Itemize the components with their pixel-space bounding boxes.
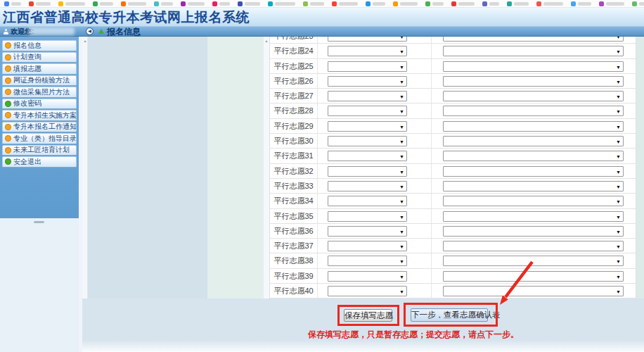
bookmark-item[interactable] [212,1,230,6]
bookmark-favicon-icon [238,1,243,6]
sidebar-item-4[interactable]: 网证身份核验方法 [2,75,77,87]
college-select[interactable]: ▼ [328,241,407,251]
row-label: 平行志愿29 [270,119,318,133]
college-cell: ▼ [318,284,432,298]
table-row: 平行志愿40 ▼ ▼ [270,284,636,298]
row-label: 平行志愿34 [270,194,318,208]
form-panel-right-edge [636,37,644,298]
major-select[interactable]: ▼ [443,106,624,116]
college-select[interactable]: ▼ [328,91,407,101]
major-select[interactable]: ▼ [443,121,624,132]
major-select[interactable]: ▼ [443,61,624,72]
bookmark-item[interactable] [268,1,295,6]
college-select[interactable]: ▼ [328,226,407,237]
bookmark-item[interactable] [599,1,624,6]
bookmark-item[interactable] [58,1,85,6]
major-select[interactable]: ▼ [443,211,624,222]
major-select[interactable]: ▼ [443,256,624,266]
college-select[interactable]: ▼ [328,121,407,132]
next-step-button[interactable]: 下一步，查看志愿确认表 [411,308,488,322]
sidebar-item-7[interactable]: 专升本招生实施方案 [2,110,77,121]
bookmark-title-stub [65,2,85,6]
bookmark-item[interactable] [482,1,499,6]
sidebar-item-label: 报名信息 [13,41,41,51]
sidebar-item-9[interactable]: 专业（类）指导目录 [2,133,77,144]
sidebar-resize-handle[interactable] [34,221,44,223]
sidebar-item-3[interactable]: 填报志愿 [2,63,77,75]
tab-registration-info[interactable]: 报名信息 [107,27,141,37]
major-select[interactable]: ▼ [443,151,624,161]
major-select[interactable]: ▼ [443,46,624,56]
save-button[interactable]: 保存填写志愿 [344,309,392,322]
college-select[interactable]: ▼ [328,61,407,72]
bookmark-item[interactable] [238,1,260,6]
college-cell: ▼ [318,44,432,58]
college-select[interactable]: ▼ [328,181,407,191]
major-select[interactable]: ▼ [443,196,624,206]
sidebar-item-1[interactable]: 报名信息 [2,40,77,51]
sidebar-item-11[interactable]: 安全退出 [2,156,77,168]
college-select[interactable]: ▼ [328,151,407,161]
row-label: 平行志愿35 [270,209,318,223]
sidebar-item-label: 修改密码 [13,99,41,108]
content-scrollbar[interactable]: ▲ [82,37,88,298]
sidebar-item-5[interactable]: 微信采集照片方法 [2,87,77,98]
college-select[interactable]: ▼ [328,196,407,206]
sidebar-item-6[interactable]: 修改密码 [2,99,77,110]
sidebar-item-10[interactable]: 未来工匠培育计划 [2,145,77,156]
major-select[interactable]: ▼ [443,166,624,177]
table-row: 平行志愿36 ▼ ▼ [270,224,636,239]
row-label: 平行志愿32 [270,164,318,178]
college-cell: ▼ [318,103,432,118]
college-select[interactable]: ▼ [328,76,407,87]
major-select[interactable]: ▼ [443,271,624,282]
bookmark-item[interactable] [29,1,51,6]
major-select[interactable]: ▼ [443,136,624,146]
college-select[interactable]: ▼ [328,136,407,146]
row-label: 平行志愿33 [270,179,318,193]
college-select[interactable]: ▼ [328,256,407,266]
bookmark-item[interactable] [571,1,591,6]
bookmark-item[interactable] [507,1,529,6]
bookmark-item[interactable] [121,1,146,6]
major-cell: ▼ [432,239,636,253]
college-select[interactable]: ▼ [328,286,407,296]
bookmark-item[interactable] [366,1,385,6]
sidebar-item-label: 专升本报名工作通知 [13,122,77,132]
bookmark-item[interactable] [451,1,475,6]
major-select[interactable]: ▼ [443,241,624,251]
college-cell: ▼ [318,119,432,133]
bookmark-item[interactable] [536,1,563,6]
sidebar-item-8[interactable]: 专升本报名工作通知 [2,122,77,133]
bookmark-item[interactable] [4,1,21,6]
bookmark-item[interactable] [425,1,444,6]
bookmark-item[interactable] [93,1,113,6]
bookmark-item[interactable] [303,1,324,6]
scroll-up-icon[interactable]: ▲ [82,38,88,44]
bookmark-item[interactable] [181,1,205,6]
bookmark-item[interactable] [332,1,358,6]
major-select[interactable]: ▼ [443,181,624,191]
sidebar-item-2[interactable]: 计划查询 [2,52,77,63]
bookmark-title-stub [400,2,418,6]
chevron-down-icon: ▼ [616,65,621,70]
major-select[interactable]: ▼ [443,226,624,237]
bookmark-item[interactable] [393,1,418,6]
table-scrollbar[interactable]: ▲ [264,37,269,298]
bookmark-item[interactable] [632,1,644,6]
major-select[interactable]: ▼ [443,76,624,87]
college-select[interactable]: ▼ [328,271,407,282]
college-select[interactable]: ▼ [328,166,407,177]
college-select[interactable]: ▼ [328,46,407,56]
college-cell: ▼ [318,239,432,253]
sidebar-item-label: 专升本招生实施方案 [13,111,77,120]
scroll-up-icon[interactable]: ▲ [264,38,269,44]
sidebar-collapse-button[interactable]: ◀ [86,27,94,35]
college-cell: ▼ [318,164,432,178]
college-select[interactable]: ▼ [328,106,407,116]
bookmark-item[interactable] [154,1,173,6]
bookmark-title-stub [543,2,563,6]
major-select[interactable]: ▼ [443,286,624,296]
college-select[interactable]: ▼ [328,211,407,222]
major-select[interactable]: ▼ [443,91,624,101]
